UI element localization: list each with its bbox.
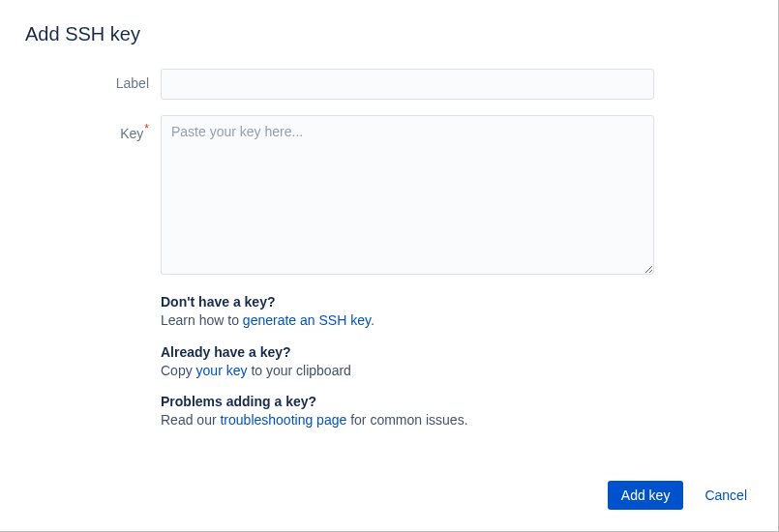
key-field-label: Key* [25,115,161,141]
help-no-key: Don't have a key? Learn how to generate … [161,294,654,331]
your-key-link[interactable]: your key [196,363,248,378]
help-have-key-text: Copy your key to your clipboard [161,362,654,381]
help-no-key-before: Learn how to [161,312,243,328]
label-row: Label [25,69,751,100]
key-row: Key* [25,115,751,279]
help-problems-title: Problems adding a key? [161,394,654,409]
help-problems: Problems adding a key? Read our troubles… [161,394,654,430]
dialog-footer: Add key Cancel [608,481,751,510]
help-no-key-after: . [371,312,375,328]
key-textarea[interactable] [161,115,654,275]
help-have-key-title: Already have a key? [161,344,654,360]
troubleshooting-link[interactable]: troubleshooting page [220,412,346,428]
generate-ssh-key-link[interactable]: generate an SSH key [243,312,371,328]
key-field-label-text: Key [120,126,143,141]
help-problems-text: Read our troubleshooting page for common… [161,411,654,430]
help-no-key-title: Don't have a key? [161,294,654,310]
help-no-key-text: Learn how to generate an SSH key. [161,311,654,331]
label-input[interactable] [161,69,654,100]
help-have-key: Already have a key? Copy your key to you… [161,344,654,381]
help-problems-before: Read our [161,412,220,428]
label-field-label: Label [25,69,161,91]
add-ssh-key-dialog: Add SSH key Label Key* Don't have a key?… [0,0,778,531]
required-mark: * [144,122,149,135]
help-have-key-after: to your clipboard [248,363,351,378]
help-problems-after: for common issues. [346,412,467,428]
help-section: Don't have a key? Learn how to generate … [161,294,654,430]
dialog-title: Add SSH key [25,23,751,45]
add-key-button[interactable]: Add key [608,481,684,510]
cancel-button[interactable]: Cancel [701,481,751,510]
help-have-key-before: Copy [161,363,196,378]
